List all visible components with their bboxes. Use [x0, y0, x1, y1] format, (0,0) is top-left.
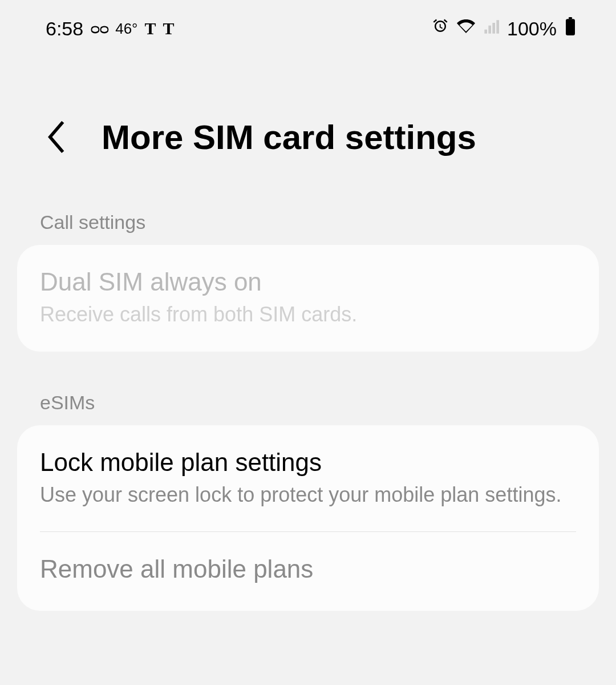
carrier-icon-2: T	[163, 19, 175, 38]
alarm-icon	[432, 18, 449, 39]
carrier-icon-1: T	[145, 19, 156, 38]
setting-dual-sim: Dual SIM always on Receive calls from bo…	[17, 245, 599, 352]
section-header-esims: eSIMs	[40, 374, 576, 425]
battery-icon	[565, 17, 576, 40]
status-time: 6:58	[46, 18, 83, 40]
status-temperature: 46°	[115, 20, 137, 38]
status-bar-right: 100%	[432, 17, 576, 40]
svg-rect-1	[566, 19, 575, 35]
battery-percent: 100%	[507, 18, 557, 40]
signal-icon	[483, 18, 499, 39]
setting-dual-sim-subtitle: Receive calls from both SIM cards.	[40, 301, 576, 329]
section-esims: eSIMs Lock mobile plan settings Use your…	[0, 374, 616, 611]
setting-remove-plans-title: Remove all mobile plans	[40, 555, 576, 583]
page-title: More SIM card settings	[102, 118, 476, 157]
page-header: More SIM card settings	[0, 57, 616, 194]
status-bar-left: 6:58 ᴑᴑ 46° T T	[46, 18, 175, 40]
card-esims: Lock mobile plan settings Use your scree…	[17, 425, 599, 611]
card-call-settings: Dual SIM always on Receive calls from bo…	[17, 245, 599, 352]
section-header-call-settings: Call settings	[40, 194, 576, 245]
setting-lock-plan[interactable]: Lock mobile plan settings Use your scree…	[17, 425, 599, 532]
chevron-left-icon	[46, 120, 67, 154]
svg-rect-0	[569, 17, 572, 19]
setting-lock-plan-subtitle: Use your screen lock to protect your mob…	[40, 481, 576, 509]
section-call-settings: Call settings Dual SIM always on Receive…	[0, 194, 616, 352]
status-bar: 6:58 ᴑᴑ 46° T T 100%	[0, 0, 616, 57]
wifi-icon	[457, 17, 475, 40]
setting-dual-sim-title: Dual SIM always on	[40, 268, 576, 296]
setting-lock-plan-title: Lock mobile plan settings	[40, 448, 576, 477]
voicemail-icon: ᴑᴑ	[90, 20, 108, 38]
back-button[interactable]	[40, 114, 73, 160]
setting-remove-plans[interactable]: Remove all mobile plans	[17, 532, 599, 611]
